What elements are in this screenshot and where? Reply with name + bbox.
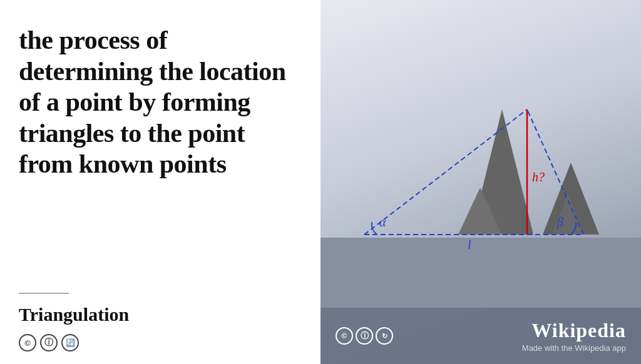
diagram-area: h? α β l xyxy=(320,0,641,308)
cc-icon: © xyxy=(19,334,36,351)
info-icon-footer: ⓘ xyxy=(356,327,373,345)
h-label: h? xyxy=(532,170,545,184)
share-icon-footer: ↻ xyxy=(376,327,393,345)
right-panel: h? α β l © ⓘ ↻ xyxy=(320,0,641,364)
left-footer: © ⓘ 🔄 xyxy=(19,334,302,351)
main-text: the process of determining the location … xyxy=(19,25,302,180)
divider xyxy=(19,293,69,294)
alpha-arc xyxy=(372,222,377,235)
left-panel: the process of determining the location … xyxy=(0,0,320,364)
share-icon: 🔄 xyxy=(61,334,79,351)
cc-icon-footer: © xyxy=(336,327,353,345)
triangulation-diagram: h? α β l xyxy=(320,0,641,308)
right-footer-cc-icons: © ⓘ ↻ xyxy=(336,327,393,345)
ground xyxy=(320,238,641,308)
wikipedia-brand: Wikipedia Made with the Wikipedia app xyxy=(522,319,626,353)
wikipedia-title: Wikipedia xyxy=(522,319,626,342)
info-icon: ⓘ xyxy=(40,334,58,351)
subtitle: Triangulation xyxy=(19,304,302,325)
alpha-label: α xyxy=(379,215,386,229)
wikipedia-subtitle: Made with the Wikipedia app xyxy=(522,343,626,353)
l-label: l xyxy=(468,238,471,251)
right-footer: © ⓘ ↻ Wikipedia Made with the Wikipedia … xyxy=(320,308,641,364)
beta-label: β xyxy=(556,215,563,230)
